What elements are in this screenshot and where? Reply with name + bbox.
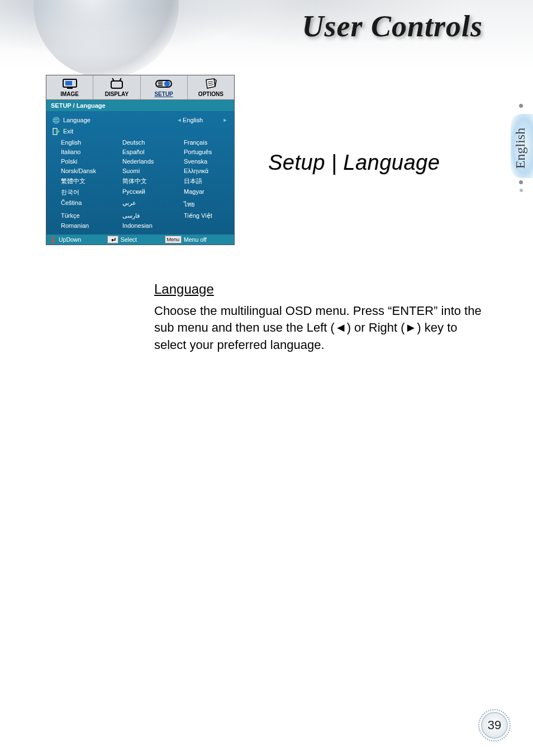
osd-language-option[interactable]: Deutsch: [122, 139, 184, 146]
enter-icon: [107, 236, 118, 243]
side-language-tab: English: [499, 105, 533, 192]
osd-footer-updown: UpDown: [59, 236, 81, 243]
osd-language-option[interactable]: Čeština: [61, 199, 122, 209]
osd-menu: IMAGE DISPLAY SETUP OPTIONS SETUP / Lang…: [46, 75, 235, 245]
globe-icon: [52, 116, 60, 124]
osd-tab-label: IMAGE: [46, 91, 93, 97]
osd-language-option[interactable]: Polski: [61, 158, 122, 165]
osd-language-option[interactable]: Français: [184, 139, 230, 146]
dot-icon: [520, 189, 523, 192]
osd-language-option[interactable]: 日本語: [184, 177, 230, 185]
osd-footer-select: Select: [121, 236, 137, 243]
osd-language-grid: English Deutsch Français Italiano Españo…: [51, 137, 230, 232]
osd-tab-image[interactable]: IMAGE: [46, 75, 93, 99]
osd-language-option[interactable]: عربي: [122, 199, 184, 209]
osd-language-option[interactable]: فارسی: [122, 212, 184, 219]
tv-icon: [93, 77, 140, 90]
osd-breadcrumb: SETUP / Language: [46, 100, 234, 111]
osd-language-value: English: [183, 117, 222, 123]
slider-icon: [141, 77, 187, 90]
osd-language-option[interactable]: Türkçe: [61, 212, 122, 219]
osd-language-option[interactable]: Magyar: [184, 188, 230, 197]
body-text: Language Choose the multilingual OSD men…: [154, 281, 484, 353]
osd-language-option[interactable]: ไทย: [184, 199, 230, 209]
osd-language-option[interactable]: Indonesian: [122, 222, 184, 229]
osd-language-option[interactable]: Suomi: [122, 168, 184, 174]
exit-icon: [52, 127, 60, 135]
page-number: 39: [478, 709, 511, 741]
osd-language-option[interactable]: Español: [122, 149, 184, 155]
osd-body: Language ◄ English ► Exit English Deutsc…: [46, 111, 234, 235]
body-subheading: Language: [154, 281, 484, 297]
page-number-badge: 39: [478, 709, 511, 741]
chapter-title: User Controls: [302, 9, 483, 44]
osd-row-label: Exit: [63, 128, 229, 135]
notepad-icon: [188, 77, 234, 90]
osd-language-option[interactable]: Svenska: [184, 158, 230, 165]
osd-language-option[interactable]: Русский: [122, 188, 184, 197]
osd-tabs: IMAGE DISPLAY SETUP OPTIONS: [46, 75, 234, 100]
osd-tab-display[interactable]: DISPLAY: [93, 75, 140, 99]
osd-language-option[interactable]: Tiếng Việt: [184, 212, 230, 219]
osd-language-option[interactable]: English: [61, 139, 122, 146]
arrow-right-icon[interactable]: ►: [222, 117, 229, 123]
svg-rect-2: [67, 88, 73, 89]
dot-icon: [519, 180, 523, 184]
osd-row-exit[interactable]: Exit: [51, 126, 230, 137]
osd-tab-options[interactable]: OPTIONS: [187, 75, 234, 99]
osd-tab-label: SETUP: [141, 91, 187, 97]
osd-language-option[interactable]: Ελληνικά: [184, 168, 230, 174]
osd-row-label: Language: [63, 117, 176, 123]
osd-language-option[interactable]: Norsk/Dansk: [61, 168, 122, 174]
osd-language-option[interactable]: Italiano: [61, 149, 122, 155]
monitor-icon: [46, 77, 93, 90]
section-heading: Setup | Language: [268, 151, 440, 175]
osd-row-language[interactable]: Language ◄ English ►: [51, 114, 230, 126]
osd-language-option[interactable]: Nederlands: [122, 158, 184, 165]
svg-point-5: [164, 81, 170, 87]
osd-footer-menuoff: Menu off: [184, 236, 207, 243]
svg-rect-1: [65, 81, 72, 85]
osd-language-option[interactable]: 繁體中文: [61, 177, 122, 185]
osd-footer: UpDown Select Menu Menu off: [46, 235, 234, 245]
body-paragraph: Choose the multilingual OSD menu. Press …: [154, 303, 484, 353]
osd-tab-setup[interactable]: SETUP: [140, 75, 187, 99]
osd-tab-label: DISPLAY: [93, 91, 140, 97]
osd-language-option[interactable]: Romanian: [61, 222, 122, 229]
osd-tab-label: OPTIONS: [188, 91, 234, 97]
arrow-left-icon[interactable]: ◄: [176, 117, 183, 123]
side-language-label: English: [513, 128, 529, 169]
svg-rect-3: [111, 81, 122, 88]
osd-language-option[interactable]: 한국어: [61, 188, 122, 197]
osd-language-option[interactable]: 简体中文: [122, 177, 184, 185]
menu-chip: Menu: [165, 236, 182, 243]
osd-language-option[interactable]: Português: [184, 149, 230, 155]
updown-icon: [50, 236, 56, 243]
